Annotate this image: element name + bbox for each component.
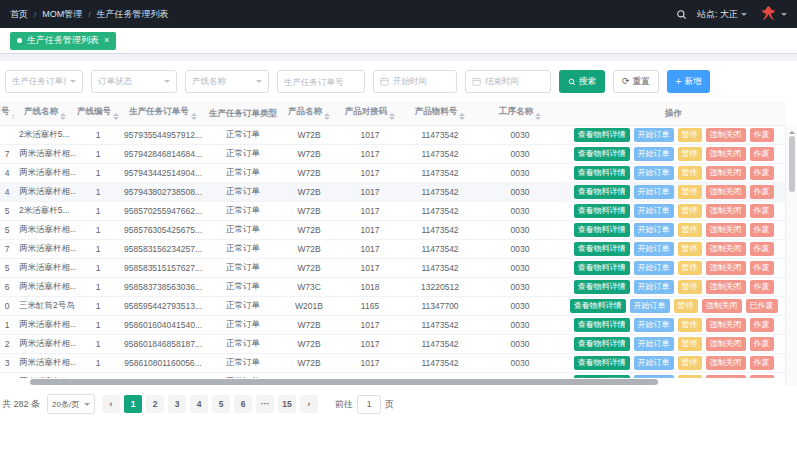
col-header-clipped-no[interactable]: 号 [0, 103, 14, 126]
start-order-button[interactable]: 开始订单 [634, 166, 674, 180]
pause-button[interactable]: 暂停 [678, 204, 702, 218]
col-header-process-name[interactable]: 工序名称 [478, 103, 562, 126]
void-button[interactable]: 作废 [750, 223, 774, 237]
void-button[interactable]: 作废 [750, 337, 774, 351]
void-button[interactable]: 作废 [750, 128, 774, 142]
pause-button[interactable]: 暂停 [674, 299, 698, 313]
void-button[interactable]: 作废 [750, 356, 774, 370]
force-close-button[interactable]: 强制关闭 [706, 242, 746, 256]
start-order-button[interactable]: 开始订单 [634, 204, 674, 218]
search-button[interactable]: 搜索 [559, 70, 605, 93]
pause-button[interactable]: 暂停 [678, 318, 702, 332]
pause-button[interactable]: 暂停 [678, 128, 702, 142]
order-no-input[interactable] [284, 77, 358, 87]
view-material-detail-button[interactable]: 查看物料详情 [574, 204, 630, 218]
page-button-6[interactable]: 6 [234, 395, 252, 413]
col-header-line-name[interactable]: 产线名称 [14, 103, 76, 126]
view-material-detail-button[interactable]: 查看物料详情 [574, 128, 630, 142]
scroll-up-icon[interactable] [789, 128, 795, 134]
void-button[interactable]: 作废 [750, 261, 774, 275]
force-close-button[interactable]: 强制关闭 [706, 261, 746, 275]
sort-icon[interactable] [389, 110, 395, 123]
page-size-select[interactable]: 20条/页 [47, 394, 95, 414]
start-order-button[interactable]: 开始订单 [634, 242, 674, 256]
void-button[interactable]: 作废 [750, 242, 774, 256]
force-close-button[interactable]: 强制关闭 [706, 147, 746, 161]
site-selector[interactable]: 站点: 大正 [697, 8, 747, 21]
view-material-detail-button[interactable]: 查看物料详情 [574, 261, 630, 275]
start-time-field[interactable]: 开始时间 [373, 70, 457, 93]
view-material-detail-button[interactable]: 查看物料详情 [574, 337, 630, 351]
pause-button[interactable]: 暂停 [678, 223, 702, 237]
void-button[interactable]: 作废 [750, 280, 774, 294]
end-time-field[interactable]: 结束时间 [465, 70, 551, 93]
horizontal-scrollbar[interactable] [0, 378, 785, 386]
user-menu[interactable] [757, 5, 787, 23]
sort-icon[interactable] [113, 110, 119, 123]
start-order-button[interactable]: 开始订单 [634, 280, 674, 294]
start-order-button[interactable]: 开始订单 [634, 128, 674, 142]
sort-icon[interactable] [324, 110, 330, 123]
reset-button[interactable]: ⟳ 重置 [613, 70, 659, 93]
view-material-detail-button[interactable]: 查看物料详情 [574, 166, 630, 180]
col-header-product-name[interactable]: 产品名称 [280, 103, 338, 126]
pause-button[interactable]: 暂停 [678, 185, 702, 199]
breadcrumb-home[interactable]: 首页 [10, 8, 28, 21]
horizontal-scroll-thumb[interactable] [30, 379, 658, 385]
force-close-button[interactable]: 强制关闭 [706, 337, 746, 351]
void-button[interactable]: 作废 [750, 204, 774, 218]
col-header-task-order-no[interactable]: 生产任务订单号 [120, 103, 206, 126]
view-material-detail-button[interactable]: 查看物料详情 [574, 242, 630, 256]
search-icon[interactable] [676, 9, 687, 20]
view-material-detail-button[interactable]: 查看物料详情 [574, 185, 630, 199]
sort-icon[interactable] [191, 110, 197, 123]
force-close-button[interactable]: 强制关闭 [702, 299, 742, 313]
force-close-button[interactable]: 强制关闭 [706, 204, 746, 218]
start-order-button[interactable]: 开始订单 [630, 299, 670, 313]
force-close-button[interactable]: 强制关闭 [706, 280, 746, 294]
pause-button[interactable]: 暂停 [678, 356, 702, 370]
view-material-detail-button[interactable]: 查看物料详情 [574, 223, 630, 237]
page-button-4[interactable]: 4 [190, 395, 208, 413]
void-button[interactable]: 作废 [750, 185, 774, 199]
start-order-button[interactable]: 开始订单 [634, 223, 674, 237]
start-order-button[interactable]: 开始订单 [634, 147, 674, 161]
start-order-button[interactable]: 开始订单 [634, 318, 674, 332]
page-button-2[interactable]: 2 [146, 395, 164, 413]
col-header-product-material-no[interactable]: 产品物料号 [402, 103, 478, 126]
sort-icon[interactable] [459, 110, 465, 123]
force-close-button[interactable]: 强制关闭 [706, 356, 746, 370]
view-material-detail-button[interactable]: 查看物料详情 [574, 280, 630, 294]
view-material-detail-button[interactable]: 查看物料详情 [574, 147, 630, 161]
order-type-select[interactable]: 生产任务订单类型 [5, 70, 83, 93]
page-more-button[interactable]: ··· [256, 395, 274, 413]
void-button[interactable]: 已作废 [746, 299, 778, 313]
page-button-3[interactable]: 3 [168, 395, 186, 413]
sort-icon[interactable] [60, 110, 66, 123]
line-name-select[interactable]: 产线名称 [185, 70, 269, 93]
force-close-button[interactable]: 强制关闭 [706, 128, 746, 142]
page-button-5[interactable]: 5 [212, 395, 230, 413]
next-page-button[interactable]: › [300, 395, 318, 413]
view-material-detail-button[interactable]: 查看物料详情 [574, 356, 630, 370]
void-button[interactable]: 作废 [750, 147, 774, 161]
page-button-15[interactable]: 15 [278, 395, 296, 413]
start-order-button[interactable]: 开始订单 [634, 185, 674, 199]
force-close-button[interactable]: 强制关闭 [706, 185, 746, 199]
pause-button[interactable]: 暂停 [678, 166, 702, 180]
pause-button[interactable]: 暂停 [678, 337, 702, 351]
void-button[interactable]: 作废 [750, 318, 774, 332]
vertical-scrollbar[interactable] [785, 125, 797, 386]
force-close-button[interactable]: 强制关闭 [706, 223, 746, 237]
pause-button[interactable]: 暂停 [678, 147, 702, 161]
breadcrumb-mom[interactable]: MOM管理 [42, 8, 82, 21]
view-material-detail-button[interactable]: 查看物料详情 [570, 299, 626, 313]
view-material-detail-button[interactable]: 查看物料详情 [574, 318, 630, 332]
start-order-button[interactable]: 开始订单 [634, 261, 674, 275]
sort-icon[interactable] [12, 110, 15, 123]
order-no-field[interactable] [277, 70, 365, 93]
pause-button[interactable]: 暂停 [678, 261, 702, 275]
start-order-button[interactable]: 开始订单 [634, 356, 674, 370]
close-icon[interactable]: × [104, 36, 109, 45]
force-close-button[interactable]: 强制关闭 [706, 318, 746, 332]
